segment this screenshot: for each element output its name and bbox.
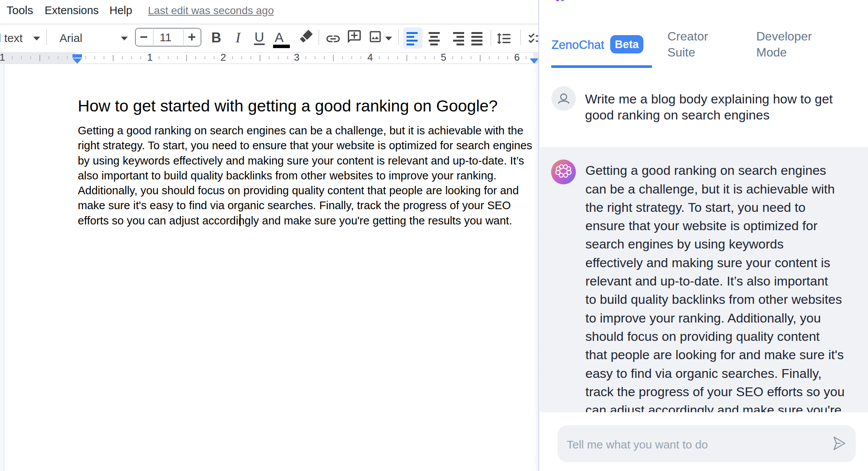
svg-text:2: 2 bbox=[220, 52, 226, 63]
svg-text:11: 11 bbox=[159, 31, 171, 44]
svg-text:U: U bbox=[254, 29, 264, 44]
svg-text:3: 3 bbox=[294, 52, 299, 63]
svg-text:Arial: Arial bbox=[59, 32, 82, 44]
svg-text:1: 1 bbox=[147, 52, 153, 63]
svg-text:I: I bbox=[235, 29, 241, 45]
svg-text:6: 6 bbox=[514, 52, 519, 63]
svg-text:A: A bbox=[275, 30, 284, 45]
svg-text:B: B bbox=[211, 30, 221, 45]
svg-text:1: 1 bbox=[0, 52, 5, 63]
svg-text:l text: l text bbox=[0, 32, 23, 44]
svg-text:4: 4 bbox=[367, 52, 373, 63]
svg-text:5: 5 bbox=[441, 52, 446, 63]
